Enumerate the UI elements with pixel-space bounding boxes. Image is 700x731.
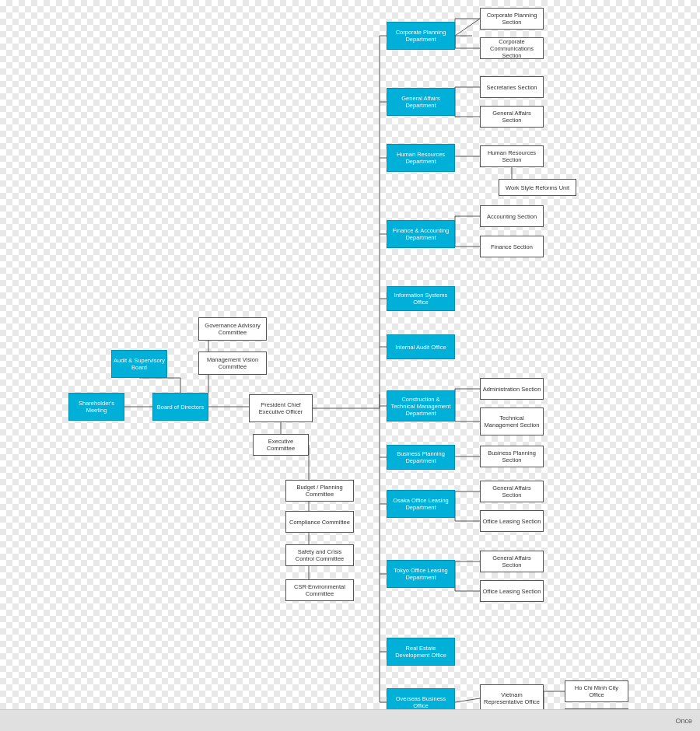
org-box-corp_planning: Corporate Planning Department [387,22,455,50]
org-box-admin_sec: Administration Section [480,378,544,400]
org-box-biz_planning: Business Planning Department [387,445,455,470]
org-box-budget: Budget / Planning Committee [285,480,354,502]
org-box-finance_sec: Finance Section [480,236,544,257]
org-box-vietnam_rep: Vietnam Representative Office [480,684,544,712]
org-box-osaka_leasing: Osaka Office Leasing Department [387,490,455,518]
org-box-shareholders: Shareholder's Meeting [68,393,124,421]
svg-line-29 [455,19,480,36]
org-box-accounting_sec: Accounting Section [480,205,544,227]
org-box-president: President Chief Executive Officer [249,394,313,422]
org-box-hr_section: Human Resources Section [480,145,544,167]
org-box-mgmtvision: Management Vision Committee [198,352,267,375]
org-box-tokyo_leasing: Tokyo Office Leasing Department [387,560,455,588]
bottom-label: Once [675,717,692,725]
org-box-tokyo_gen: General Affairs Section [480,551,544,572]
org-box-biz_plan_sec: Business Planning Section [480,446,544,467]
org-box-audit: Audit & Supervisory Board [111,350,167,378]
org-box-sec_section: Secretaries Section [480,76,544,98]
svg-line-54 [455,698,480,702]
org-box-osaka_gen: General Affairs Section [480,481,544,502]
org-box-gen_affairs: General Affairs Department [387,88,455,116]
org-box-safety: Safety and Crisis Control Committee [285,544,354,566]
org-box-realestate: Real Estate Development Office [387,638,455,666]
org-box-internal_audit: Internal Audit Office [387,334,455,359]
org-box-governance: Governance Advisory Committee [198,317,267,341]
org-box-workstyle: Work Style Reforms Unit [499,179,576,196]
org-lines [0,0,700,731]
bottom-bar: Once [0,709,700,731]
org-box-executive: Executive Committee [253,434,309,456]
org-box-tech_mgmt_sec: Technical Management Section [480,407,544,435]
org-box-hr_dept: Human Resources Department [387,144,455,172]
org-box-finance_dept: Finance & Accounting Department [387,220,455,248]
org-box-hcm: Ho Chi Minh City Office [565,680,628,702]
org-box-compliance: Compliance Committee [285,511,354,533]
org-chart: Shareholder's MeetingBoard of DirectorsA… [0,0,700,731]
org-box-corp_plan_sec: Corporate Planning Section [480,8,544,30]
org-box-gen_affairs_sec: General Affairs Section [480,106,544,128]
org-box-osaka_leasing_sec: Office Leasing Section [480,510,544,532]
org-box-corp_comm_sec: Corporate Communications Section [480,37,544,59]
org-box-construction: Construction & Technical Management Depa… [387,390,455,421]
org-box-tokyo_leasing_sec: Office Leasing Section [480,580,544,602]
org-box-info_sys: Information Systems Office [387,286,455,311]
org-box-csr: CSR·Environmental Committee [285,579,354,601]
org-box-board: Board of Directors [152,393,208,421]
